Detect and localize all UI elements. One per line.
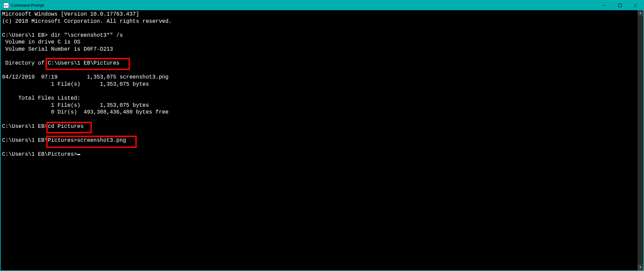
window-title: Command Prompt [11, 3, 44, 8]
titlebar[interactable]: C:\ Command Prompt [1, 1, 643, 10]
text-cursor [77, 154, 80, 155]
svg-rect-1 [618, 4, 622, 7]
command-cd: cd Pictures [48, 123, 84, 130]
vertical-scrollbar[interactable]: ▲ ▼ [638, 10, 643, 270]
prompt-4: C:\Users\1 EB\Pictures> [2, 151, 77, 157]
prompt-3-prefix: C:\Users\1 EB\ [2, 137, 48, 143]
file-listing-row: 04/12/2019 07:19 1,353,075 screenshot3.p… [2, 74, 169, 80]
command-open-file: screenshot3.png [77, 137, 126, 143]
terminal-output[interactable]: Microsoft Windows [Version 10.0.17763.43… [1, 10, 638, 270]
cmd-icon: C:\ [3, 3, 9, 8]
scroll-down-button[interactable]: ▼ [638, 265, 643, 270]
maximize-button[interactable] [612, 1, 628, 10]
prompt-1: C:\Users\1 EB> [2, 32, 51, 38]
os-version-line: Microsoft Windows [Version 10.0.17763.43… [2, 11, 139, 17]
total-files-label: Total Files Listed: [2, 95, 80, 101]
file-count-row: 1 File(s) 1,353,075 bytes [2, 81, 149, 87]
client-area: Microsoft Windows [Version 10.0.17763.43… [1, 10, 643, 270]
command-prompt-window: C:\ Command Prompt Microsoft Windows [Ve… [0, 0, 644, 271]
total-files-row: 1 File(s) 1,353,075 bytes [2, 102, 149, 108]
scroll-up-button[interactable]: ▲ [638, 10, 643, 16]
close-button[interactable] [628, 1, 643, 10]
directory-of-prefix: Directory of [2, 60, 48, 66]
minimize-button[interactable] [596, 1, 612, 10]
total-dirs-row: 0 Dir(s) 493,308,436,480 bytes free [2, 109, 169, 115]
command-dir: dir "\screenshot3*" /s [51, 32, 123, 38]
copyright-line: (c) 2018 Microsoft Corporation. All righ… [2, 18, 172, 24]
prompt-2: C:\Users\1 EB> [2, 123, 48, 130]
directory-path: C:\Users\1 EB\Pictures [48, 60, 119, 66]
volume-line-1: Volume in drive C is OS [2, 39, 80, 45]
prompt-3-mid: Pictures> [48, 137, 77, 143]
volume-line-2: Volume Serial Number is D0F7-D213 [2, 46, 113, 52]
